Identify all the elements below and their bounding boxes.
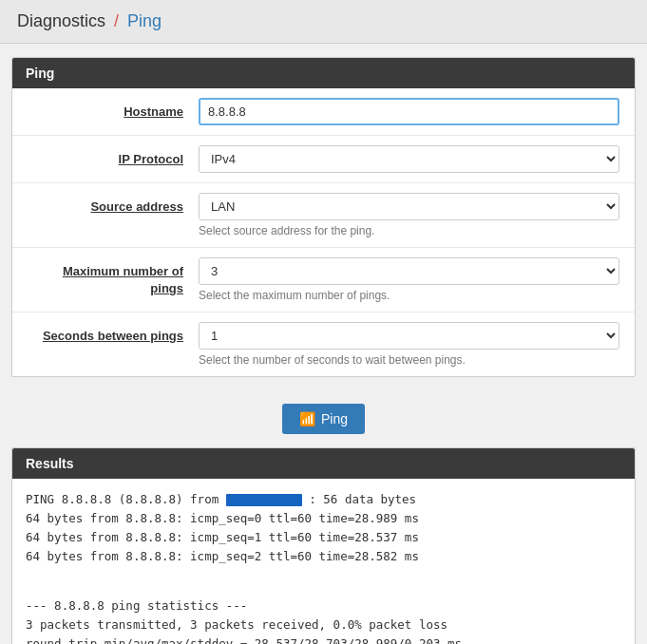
results-divider xyxy=(26,572,621,591)
ping-button-label: Ping xyxy=(321,411,348,426)
ip-protocol-select[interactable]: IPv4 IPv6 xyxy=(199,145,619,173)
ip-protocol-label: IP Protocol xyxy=(28,145,199,168)
seconds-pings-row: Seconds between pings 1 2 3 4 5 Select t… xyxy=(12,313,635,376)
seconds-pings-control: 1 2 3 4 5 Select the number of seconds t… xyxy=(199,322,619,367)
max-pings-row: Maximum number of pings 1 2 3 4 5 Select… xyxy=(12,248,635,313)
breadcrumb-ping: Ping xyxy=(127,11,162,30)
source-address-label: Source address xyxy=(28,193,199,216)
results-panel: Results PING 8.8.8.8 (8.8.8.8) from : 56… xyxy=(11,447,636,644)
ping-button-row: 📶 Ping xyxy=(0,390,647,447)
seconds-pings-help: Select the number of seconds to wait bet… xyxy=(199,353,619,367)
results-line3: 64 bytes from 8.8.8.8: icmp_seq=1 ttl=60… xyxy=(26,528,621,547)
results-panel-title: Results xyxy=(12,448,635,479)
source-address-row: Source address LAN WAN Select source add… xyxy=(12,183,635,248)
seconds-pings-label: Seconds between pings xyxy=(28,322,199,345)
seconds-pings-select[interactable]: 1 2 3 4 5 xyxy=(199,322,619,350)
ip-protocol-control: IPv4 IPv6 xyxy=(199,145,619,173)
max-pings-label: Maximum number of pings xyxy=(28,257,199,297)
results-stats-line1: 3 packets transmitted, 3 packets receive… xyxy=(26,616,621,635)
breadcrumb-separator: / xyxy=(114,11,119,30)
results-stats-line2: round-trip min/avg/max/stddev = 28.537/2… xyxy=(26,635,621,644)
hostname-control xyxy=(199,98,619,125)
ping-panel: Ping Hostname IP Protocol IPv4 IPv6 Sour… xyxy=(11,57,636,377)
results-line4: 64 bytes from 8.8.8.8: icmp_seq=2 ttl=60… xyxy=(26,547,621,566)
max-pings-control: 1 2 3 4 5 Select the maximum number of p… xyxy=(199,257,619,302)
max-pings-select[interactable]: 1 2 3 4 5 xyxy=(199,257,619,285)
ping-button[interactable]: 📶 Ping xyxy=(282,404,365,434)
max-pings-help: Select the maximum number of pings. xyxy=(199,289,619,302)
source-address-select[interactable]: LAN WAN xyxy=(199,193,619,220)
hostname-input[interactable] xyxy=(199,98,619,125)
wifi-icon: 📶 xyxy=(299,411,315,426)
ping-panel-body: Hostname IP Protocol IPv4 IPv6 Source ad… xyxy=(12,88,635,376)
results-line1: PING 8.8.8.8 (8.8.8.8) from : 56 data by… xyxy=(26,490,621,509)
results-body: PING 8.8.8.8 (8.8.8.8) from : 56 data by… xyxy=(12,479,635,644)
source-address-control: LAN WAN Select source address for the pi… xyxy=(199,193,619,237)
ip-protocol-row: IP Protocol IPv4 IPv6 xyxy=(12,136,635,183)
ping-panel-title: Ping xyxy=(12,58,635,88)
source-address-help: Select source address for the ping. xyxy=(199,224,619,237)
breadcrumb: Diagnostics / Ping xyxy=(0,0,647,44)
redacted-ip xyxy=(226,494,302,506)
breadcrumb-diagnostics: Diagnostics xyxy=(17,11,105,30)
hostname-label: Hostname xyxy=(28,98,199,121)
results-line2: 64 bytes from 8.8.8.8: icmp_seq=0 ttl=60… xyxy=(26,509,621,528)
hostname-row: Hostname xyxy=(12,88,635,136)
results-stats-header: --- 8.8.8.8 ping statistics --- xyxy=(26,597,621,616)
